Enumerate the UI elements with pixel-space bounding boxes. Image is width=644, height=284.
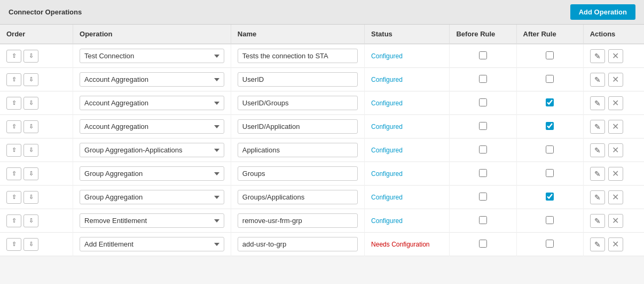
table-row: ⇧ ⇩ Test ConnectionConfigured ✎ ✕ xyxy=(0,44,644,68)
col-header-name: Name xyxy=(231,25,364,44)
name-cell xyxy=(231,233,364,256)
order-up-button[interactable]: ⇧ xyxy=(6,50,21,63)
name-input[interactable] xyxy=(238,72,358,87)
operations-table: Order Operation Name Status Before Rule … xyxy=(0,25,644,256)
operations-table-container: Order Operation Name Status Before Rule … xyxy=(0,25,644,256)
actions-cell: ✎ ✕ xyxy=(583,186,644,209)
order-cell: ⇧ ⇩ xyxy=(0,115,73,139)
order-up-button[interactable]: ⇧ xyxy=(6,144,21,157)
order-down-button[interactable]: ⇩ xyxy=(23,97,38,110)
name-input[interactable] xyxy=(238,213,358,228)
name-input[interactable] xyxy=(238,237,358,251)
name-input[interactable] xyxy=(238,49,358,63)
order-up-button[interactable]: ⇧ xyxy=(6,214,21,227)
status-cell: Configured xyxy=(365,186,450,209)
operation-cell: Account Aggregation xyxy=(73,115,231,139)
pencil-icon: ✎ xyxy=(594,146,601,155)
order-cell: ⇧ ⇩ xyxy=(0,209,73,233)
after-rule-checkbox[interactable] xyxy=(546,169,554,177)
status-badge: Configured xyxy=(371,170,403,178)
operation-select[interactable]: Group Aggregation-Applications xyxy=(80,143,224,157)
edit-button[interactable]: ✎ xyxy=(590,214,605,228)
delete-button[interactable]: ✕ xyxy=(608,96,623,110)
order-cell: ⇧ ⇩ xyxy=(0,186,73,209)
order-up-button[interactable]: ⇧ xyxy=(6,238,21,251)
pencil-icon: ✎ xyxy=(594,170,601,178)
after-rule-checkbox[interactable] xyxy=(546,122,554,130)
before-rule-cell xyxy=(450,186,516,209)
order-down-button[interactable]: ⇩ xyxy=(23,167,38,180)
edit-button[interactable]: ✎ xyxy=(590,96,605,110)
add-operation-button[interactable]: Add Operation xyxy=(570,4,635,20)
delete-button[interactable]: ✕ xyxy=(608,49,623,63)
page-title: Connector Operations xyxy=(9,8,82,16)
col-header-order: Order xyxy=(0,25,73,44)
name-input[interactable] xyxy=(238,96,358,110)
after-rule-checkbox[interactable] xyxy=(546,145,554,153)
after-rule-checkbox[interactable] xyxy=(546,193,554,201)
edit-button[interactable]: ✎ xyxy=(590,49,605,63)
actions-cell: ✎ ✕ xyxy=(583,68,644,91)
delete-button[interactable]: ✕ xyxy=(608,190,623,204)
operation-cell: Add Entitlement xyxy=(73,233,231,256)
operation-select[interactable]: Account Aggregation xyxy=(80,119,224,134)
before-rule-checkbox[interactable] xyxy=(479,75,487,83)
operation-select[interactable]: Remove Entitlement xyxy=(80,213,224,228)
edit-button[interactable]: ✎ xyxy=(590,120,605,134)
after-rule-checkbox[interactable] xyxy=(546,75,554,83)
operation-select[interactable]: Group Aggregation xyxy=(80,190,224,204)
delete-button[interactable]: ✕ xyxy=(608,237,623,251)
order-up-button[interactable]: ⇧ xyxy=(6,97,21,110)
order-down-button[interactable]: ⇩ xyxy=(23,73,38,86)
name-input[interactable] xyxy=(238,143,358,157)
status-badge: Configured xyxy=(371,52,403,60)
after-rule-checkbox[interactable] xyxy=(546,51,554,59)
order-up-button[interactable]: ⇧ xyxy=(6,191,21,204)
name-input[interactable] xyxy=(238,119,358,134)
delete-button[interactable]: ✕ xyxy=(608,120,623,134)
edit-button[interactable]: ✎ xyxy=(590,167,605,181)
operation-select[interactable]: Group Aggregation xyxy=(80,166,224,181)
edit-button[interactable]: ✎ xyxy=(590,73,605,87)
order-up-button[interactable]: ⇧ xyxy=(6,73,21,86)
before-rule-checkbox[interactable] xyxy=(479,98,487,106)
before-rule-checkbox[interactable] xyxy=(479,169,487,177)
delete-button[interactable]: ✕ xyxy=(608,214,623,228)
order-down-button[interactable]: ⇩ xyxy=(23,214,38,227)
delete-button[interactable]: ✕ xyxy=(608,143,623,157)
operation-select[interactable]: Account Aggregation xyxy=(80,96,224,110)
operation-select[interactable]: Account Aggregation xyxy=(80,72,224,87)
before-rule-cell xyxy=(450,44,516,68)
close-icon: ✕ xyxy=(612,98,619,108)
operation-cell: Remove Entitlement xyxy=(73,209,231,233)
status-badge: Configured xyxy=(371,147,403,154)
delete-button[interactable]: ✕ xyxy=(608,167,623,181)
before-rule-checkbox[interactable] xyxy=(479,145,487,153)
close-icon: ✕ xyxy=(612,121,619,132)
after-rule-checkbox[interactable] xyxy=(546,216,554,224)
after-rule-checkbox[interactable] xyxy=(546,240,554,248)
order-down-button[interactable]: ⇩ xyxy=(23,50,38,63)
after-rule-cell xyxy=(516,139,583,162)
order-down-button[interactable]: ⇩ xyxy=(23,120,38,133)
name-input[interactable] xyxy=(238,166,358,181)
order-down-button[interactable]: ⇩ xyxy=(23,191,38,204)
after-rule-checkbox[interactable] xyxy=(546,98,554,106)
before-rule-checkbox[interactable] xyxy=(479,216,487,224)
order-down-button[interactable]: ⇩ xyxy=(23,238,38,251)
edit-button[interactable]: ✎ xyxy=(590,190,605,204)
before-rule-checkbox[interactable] xyxy=(479,193,487,201)
operation-select[interactable]: Test Connection xyxy=(80,49,224,63)
operation-select[interactable]: Add Entitlement xyxy=(80,237,224,251)
order-up-button[interactable]: ⇧ xyxy=(6,120,21,133)
edit-button[interactable]: ✎ xyxy=(590,237,605,251)
status-cell: Configured xyxy=(365,68,450,91)
edit-button[interactable]: ✎ xyxy=(590,143,605,157)
order-down-button[interactable]: ⇩ xyxy=(23,144,38,157)
before-rule-checkbox[interactable] xyxy=(479,51,487,59)
before-rule-checkbox[interactable] xyxy=(479,122,487,130)
name-input[interactable] xyxy=(238,190,358,204)
delete-button[interactable]: ✕ xyxy=(608,73,623,87)
before-rule-checkbox[interactable] xyxy=(479,240,487,248)
order-up-button[interactable]: ⇧ xyxy=(6,167,21,180)
